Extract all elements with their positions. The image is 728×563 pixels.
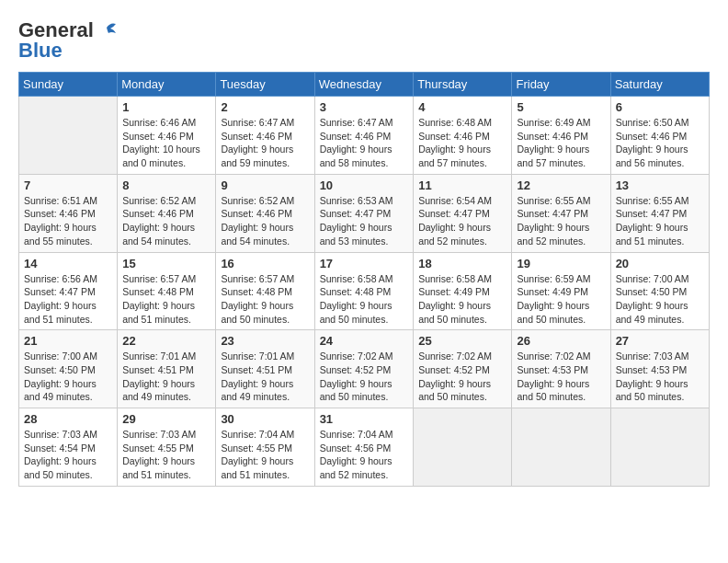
day-header-monday: Monday — [118, 73, 216, 97]
calendar-cell: 27Sunrise: 7:03 AMSunset: 4:53 PMDayligh… — [610, 330, 709, 408]
day-header-tuesday: Tuesday — [216, 73, 314, 97]
cell-content: Sunrise: 6:50 AMSunset: 4:46 PMDaylight:… — [616, 116, 704, 170]
calendar-cell: 4Sunrise: 6:48 AMSunset: 4:46 PMDaylight… — [414, 97, 512, 175]
calendar-cell: 14Sunrise: 6:56 AMSunset: 4:47 PMDayligh… — [19, 252, 118, 330]
day-header-saturday: Saturday — [610, 73, 709, 97]
cell-content: Sunrise: 7:04 AMSunset: 4:56 PMDaylight:… — [320, 428, 409, 482]
cell-content: Sunrise: 6:55 AMSunset: 4:47 PMDaylight:… — [517, 194, 605, 248]
day-number: 6 — [616, 100, 704, 114]
cell-content: Sunrise: 6:52 AMSunset: 4:46 PMDaylight:… — [221, 194, 309, 248]
cell-content: Sunrise: 6:51 AMSunset: 4:46 PMDaylight:… — [24, 194, 112, 248]
cell-content: Sunrise: 6:58 AMSunset: 4:49 PMDaylight:… — [418, 272, 506, 327]
logo: General Blue — [18, 18, 118, 63]
day-number: 23 — [221, 334, 309, 348]
day-number: 27 — [616, 334, 704, 348]
cell-content: Sunrise: 6:47 AMSunset: 4:46 PMDaylight:… — [221, 116, 309, 170]
day-number: 5 — [517, 100, 605, 114]
cell-content: Sunrise: 6:54 AMSunset: 4:47 PMDaylight:… — [418, 194, 506, 248]
cell-content: Sunrise: 6:55 AMSunset: 4:47 PMDaylight:… — [616, 194, 704, 248]
cell-content: Sunrise: 6:58 AMSunset: 4:48 PMDaylight:… — [320, 272, 409, 327]
calendar-cell: 16Sunrise: 6:57 AMSunset: 4:48 PMDayligh… — [216, 252, 314, 330]
day-number: 10 — [320, 178, 409, 192]
cell-content: Sunrise: 7:02 AMSunset: 4:53 PMDaylight:… — [517, 350, 605, 404]
day-header-friday: Friday — [512, 73, 610, 97]
calendar-cell: 20Sunrise: 7:00 AMSunset: 4:50 PMDayligh… — [610, 252, 709, 330]
cell-content: Sunrise: 7:03 AMSunset: 4:53 PMDaylight:… — [616, 350, 704, 404]
calendar-cell — [610, 408, 709, 487]
calendar-cell — [19, 97, 118, 175]
day-number: 26 — [517, 334, 605, 348]
day-number: 9 — [221, 178, 309, 192]
day-number: 30 — [221, 412, 309, 426]
calendar-cell: 1Sunrise: 6:46 AMSunset: 4:46 PMDaylight… — [118, 97, 216, 175]
day-number: 21 — [24, 334, 112, 348]
calendar-cell: 15Sunrise: 6:57 AMSunset: 4:48 PMDayligh… — [118, 252, 216, 330]
calendar-table: SundayMondayTuesdayWednesdayThursdayFrid… — [18, 72, 710, 487]
cell-content: Sunrise: 6:48 AMSunset: 4:46 PMDaylight:… — [418, 116, 506, 170]
calendar-cell: 10Sunrise: 6:53 AMSunset: 4:47 PMDayligh… — [314, 174, 414, 252]
day-number: 12 — [517, 178, 605, 192]
day-header-sunday: Sunday — [19, 73, 118, 97]
day-number: 29 — [122, 412, 210, 426]
week-row-3: 14Sunrise: 6:56 AMSunset: 4:47 PMDayligh… — [19, 252, 710, 330]
cell-content: Sunrise: 6:57 AMSunset: 4:48 PMDaylight:… — [221, 272, 309, 327]
calendar-cell: 6Sunrise: 6:50 AMSunset: 4:46 PMDaylight… — [610, 97, 709, 175]
calendar-cell — [512, 408, 610, 487]
logo-blue: Blue — [18, 39, 63, 63]
header: General Blue — [18, 18, 710, 63]
day-number: 25 — [418, 334, 506, 348]
calendar-cell: 30Sunrise: 7:04 AMSunset: 4:55 PMDayligh… — [216, 408, 314, 487]
calendar-cell: 25Sunrise: 7:02 AMSunset: 4:52 PMDayligh… — [414, 330, 512, 408]
day-number: 8 — [122, 178, 210, 192]
cell-content: Sunrise: 7:03 AMSunset: 4:55 PMDaylight:… — [122, 428, 210, 482]
cell-content: Sunrise: 6:52 AMSunset: 4:46 PMDaylight:… — [122, 194, 210, 248]
calendar-header: SundayMondayTuesdayWednesdayThursdayFrid… — [19, 73, 710, 97]
calendar-cell: 3Sunrise: 6:47 AMSunset: 4:46 PMDaylight… — [314, 97, 414, 175]
calendar-cell: 28Sunrise: 7:03 AMSunset: 4:54 PMDayligh… — [19, 408, 118, 487]
day-number: 16 — [221, 257, 309, 270]
header-row: SundayMondayTuesdayWednesdayThursdayFrid… — [19, 73, 710, 97]
cell-content: Sunrise: 7:03 AMSunset: 4:54 PMDaylight:… — [24, 428, 112, 482]
day-number: 14 — [24, 257, 112, 270]
day-number: 24 — [320, 334, 409, 348]
day-number: 11 — [418, 178, 506, 192]
calendar-cell: 24Sunrise: 7:02 AMSunset: 4:52 PMDayligh… — [314, 330, 414, 408]
day-number: 13 — [616, 178, 704, 192]
calendar-cell: 22Sunrise: 7:01 AMSunset: 4:51 PMDayligh… — [118, 330, 216, 408]
logo-bird-icon — [97, 20, 118, 40]
cell-content: Sunrise: 6:53 AMSunset: 4:47 PMDaylight:… — [320, 194, 409, 248]
calendar-cell: 12Sunrise: 6:55 AMSunset: 4:47 PMDayligh… — [512, 174, 610, 252]
calendar-cell: 29Sunrise: 7:03 AMSunset: 4:55 PMDayligh… — [118, 408, 216, 487]
cell-content: Sunrise: 6:47 AMSunset: 4:46 PMDaylight:… — [320, 116, 409, 170]
calendar-cell: 17Sunrise: 6:58 AMSunset: 4:48 PMDayligh… — [314, 252, 414, 330]
week-row-1: 1Sunrise: 6:46 AMSunset: 4:46 PMDaylight… — [19, 97, 710, 175]
day-number: 18 — [418, 257, 506, 270]
calendar-cell: 9Sunrise: 6:52 AMSunset: 4:46 PMDaylight… — [216, 174, 314, 252]
page: General Blue SundayMondayTuesdayWednesda… — [0, 0, 728, 563]
calendar-cell: 19Sunrise: 6:59 AMSunset: 4:49 PMDayligh… — [512, 252, 610, 330]
day-number: 2 — [221, 100, 309, 114]
day-number: 1 — [122, 100, 210, 114]
day-number: 31 — [320, 412, 409, 426]
calendar-cell: 5Sunrise: 6:49 AMSunset: 4:46 PMDaylight… — [512, 97, 610, 175]
calendar-cell: 21Sunrise: 7:00 AMSunset: 4:50 PMDayligh… — [19, 330, 118, 408]
cell-content: Sunrise: 7:00 AMSunset: 4:50 PMDaylight:… — [616, 272, 704, 327]
day-number: 17 — [320, 257, 409, 270]
calendar-cell: 18Sunrise: 6:58 AMSunset: 4:49 PMDayligh… — [414, 252, 512, 330]
calendar-body: 1Sunrise: 6:46 AMSunset: 4:46 PMDaylight… — [19, 97, 710, 487]
week-row-4: 21Sunrise: 7:00 AMSunset: 4:50 PMDayligh… — [19, 330, 710, 408]
day-header-wednesday: Wednesday — [314, 73, 414, 97]
cell-content: Sunrise: 7:01 AMSunset: 4:51 PMDaylight:… — [122, 350, 210, 404]
day-number: 7 — [24, 178, 112, 192]
day-number: 22 — [122, 334, 210, 348]
cell-content: Sunrise: 6:57 AMSunset: 4:48 PMDaylight:… — [122, 272, 210, 327]
cell-content: Sunrise: 6:59 AMSunset: 4:49 PMDaylight:… — [517, 272, 605, 327]
calendar-cell: 26Sunrise: 7:02 AMSunset: 4:53 PMDayligh… — [512, 330, 610, 408]
day-number: 20 — [616, 257, 704, 270]
day-header-thursday: Thursday — [414, 73, 512, 97]
calendar-cell: 2Sunrise: 6:47 AMSunset: 4:46 PMDaylight… — [216, 97, 314, 175]
day-number: 28 — [24, 412, 112, 426]
cell-content: Sunrise: 7:00 AMSunset: 4:50 PMDaylight:… — [24, 350, 112, 404]
calendar-cell: 7Sunrise: 6:51 AMSunset: 4:46 PMDaylight… — [19, 174, 118, 252]
cell-content: Sunrise: 7:02 AMSunset: 4:52 PMDaylight:… — [418, 350, 506, 404]
